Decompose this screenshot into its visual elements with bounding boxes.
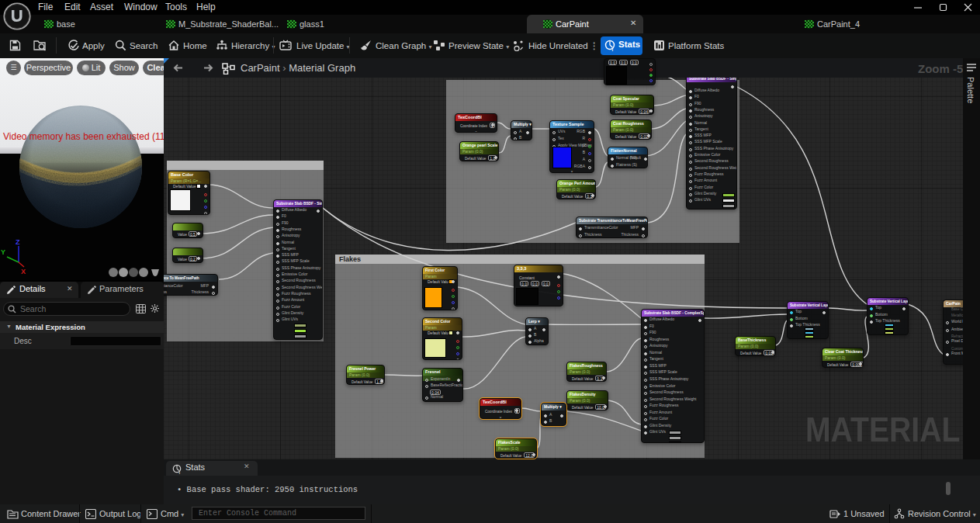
svg-text:Z: Z (16, 238, 20, 246)
svg-text:X: X (21, 268, 26, 275)
svg-text:Y: Y (1, 248, 5, 256)
